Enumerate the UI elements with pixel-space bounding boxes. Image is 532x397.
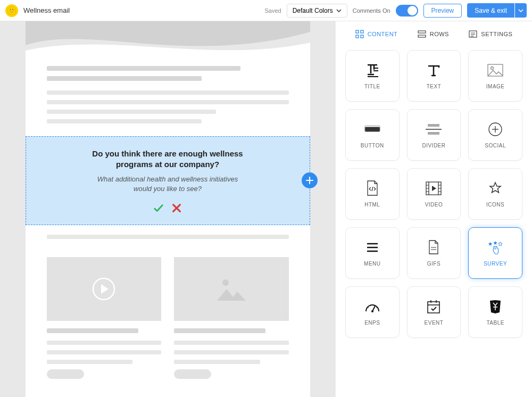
comments-label: Comments On: [353, 7, 390, 14]
tile-survey[interactable]: SURVEY: [468, 227, 522, 279]
placeholder-line: [47, 360, 133, 364]
svg-rect-5: [356, 30, 359, 33]
toggle-knob: [408, 6, 417, 15]
tile-menu[interactable]: MENU: [345, 227, 400, 279]
chevron-down-icon: [518, 9, 523, 12]
svg-rect-10: [418, 35, 426, 37]
tile-icons[interactable]: ICONS: [468, 168, 522, 220]
saved-status: Saved: [264, 7, 281, 14]
app-header: Wellness email Saved Default Colors Comm…: [0, 0, 532, 21]
tile-text[interactable]: TEXT: [407, 50, 461, 102]
placeholder-line: [47, 328, 138, 333]
tile-label: MENU: [364, 261, 380, 267]
tab-label: CONTENT: [368, 31, 398, 37]
text-placeholder-block: [26, 225, 310, 252]
placeholder-line: [47, 350, 162, 354]
tab-rows[interactable]: ROWS: [418, 30, 449, 38]
tile-label: IMAGE: [486, 84, 505, 89]
tile-label: TEXT: [427, 84, 442, 89]
play-icon: [91, 276, 117, 302]
comments-toggle[interactable]: [396, 5, 418, 16]
file-icon: [426, 239, 442, 255]
image-placeholder: [174, 257, 289, 321]
tile-event[interactable]: EVENT: [407, 286, 461, 338]
survey-block[interactable]: Do you think there are enough wellness p…: [26, 136, 310, 225]
placeholder-line: [47, 235, 289, 239]
svg-point-2: [12, 9, 13, 10]
svg-rect-7: [356, 35, 359, 38]
survey-icon: [487, 239, 503, 255]
video-placeholder: [47, 257, 162, 321]
tile-label: HTML: [364, 202, 380, 208]
svg-rect-9: [418, 31, 426, 33]
tile-social[interactable]: SOCIAL: [468, 109, 522, 161]
app-logo: [5, 4, 18, 17]
content-tiles-grid: TITLE TEXT IMAGE BUTTON DIVIDER SOCIAL: [345, 50, 522, 338]
placeholder-line: [174, 328, 265, 333]
html-icon: [364, 180, 380, 196]
svg-rect-8: [361, 35, 363, 38]
divider-icon: [426, 121, 442, 137]
tile-button[interactable]: BUTTON: [345, 109, 400, 161]
placeholder-line: [174, 360, 260, 364]
tile-label: ENPS: [364, 320, 380, 326]
tile-label: GIFS: [427, 261, 440, 267]
gauge-icon: [364, 299, 380, 315]
svg-rect-22: [428, 124, 439, 127]
check-icon[interactable]: [153, 202, 164, 214]
placeholder-line: [47, 76, 202, 81]
placeholder-line: [174, 341, 289, 345]
grid-icon: [355, 30, 364, 38]
list-icon: [469, 30, 477, 38]
svg-rect-20: [365, 127, 380, 132]
placeholder-line: [47, 100, 289, 104]
tile-html[interactable]: HTML: [345, 168, 400, 220]
tile-label: DIVIDER: [422, 143, 445, 148]
picture-icon: [213, 273, 250, 305]
placeholder-line: [47, 119, 202, 123]
tab-settings[interactable]: SETTINGS: [469, 30, 512, 38]
placeholder-line: [47, 341, 162, 345]
svg-rect-24: [428, 132, 439, 135]
color-theme-dropdown[interactable]: Default Colors: [287, 4, 347, 18]
tile-video[interactable]: VIDEO: [407, 168, 461, 220]
preview-button[interactable]: Preview: [423, 4, 462, 18]
close-icon[interactable]: [171, 202, 182, 214]
color-theme-label: Default Colors: [293, 7, 333, 14]
calendar-icon: [426, 299, 442, 315]
column: [174, 257, 289, 379]
sidebar-tabs: CONTENT ROWS SETTINGS: [345, 30, 522, 38]
tile-label: TABLE: [486, 320, 504, 326]
save-exit-button[interactable]: Save & exit: [467, 3, 514, 18]
button-icon: [364, 121, 380, 137]
survey-question-primary: Do you think there are enough wellness p…: [82, 148, 253, 170]
menu-icon: [364, 239, 380, 255]
video-icon: [426, 180, 442, 196]
table-icon: [487, 299, 503, 315]
svg-rect-6: [361, 30, 363, 33]
tile-gifs[interactable]: GIFS: [407, 227, 461, 279]
svg-point-19: [491, 67, 494, 70]
save-more-button[interactable]: [515, 3, 527, 18]
social-icon: [487, 121, 503, 137]
title-icon: [364, 62, 380, 78]
add-block-button[interactable]: [302, 172, 318, 188]
tile-divider[interactable]: DIVIDER: [407, 109, 461, 161]
text-icon: [426, 62, 442, 78]
tile-title[interactable]: TITLE: [345, 50, 400, 102]
svg-rect-50: [428, 302, 439, 313]
tile-enps[interactable]: ENPS: [345, 286, 400, 338]
tile-image[interactable]: IMAGE: [468, 50, 522, 102]
svg-line-49: [376, 307, 377, 308]
placeholder-line: [47, 90, 289, 95]
tile-table[interactable]: TABLE: [468, 286, 522, 338]
plus-icon: [306, 177, 313, 184]
document-title: Wellness email: [23, 6, 259, 14]
tile-label: ICONS: [486, 202, 504, 208]
tab-content[interactable]: CONTENT: [355, 30, 398, 38]
button-placeholder: [47, 369, 84, 379]
survey-question-secondary: What additional health and wellness init…: [88, 175, 247, 194]
placeholder-line: [47, 66, 240, 71]
svg-rect-18: [488, 64, 503, 76]
email-canvas[interactable]: Do you think there are enough wellness p…: [26, 21, 310, 397]
